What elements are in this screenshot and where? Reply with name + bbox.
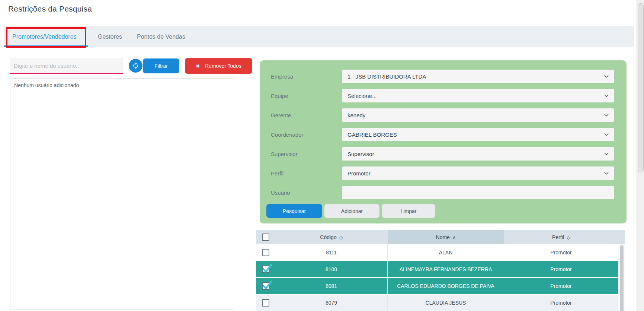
row-checkbox-checked[interactable] (262, 282, 269, 290)
perfil-value: Promotor (347, 170, 371, 177)
remove-all-button[interactable]: ✖ Remover Todos (185, 58, 252, 74)
chevron-down-icon (603, 112, 609, 119)
chevron-down-icon (603, 131, 609, 139)
header-checkbox-cell (256, 230, 275, 244)
cell-perfil: Promotor (504, 244, 618, 261)
table-row[interactable]: 8081 CARLOS EDUARDO BORGES DE PAIVA Prom… (256, 278, 618, 295)
table-scrollbar-track (618, 244, 625, 311)
select-all-checkbox[interactable] (262, 234, 269, 241)
chevron-down-icon (603, 93, 609, 100)
tab-gestores[interactable]: Gestores (98, 26, 122, 47)
coordenador-select[interactable]: GABRIEL BORGES (342, 128, 614, 141)
table-scrollbar-thumb[interactable] (620, 245, 624, 311)
restricoes-da-pesquisa-screen: Restrições da Pesquisa Promotores/Vended… (0, 0, 644, 311)
cell-nome: CLAUDIA JESUS (388, 295, 504, 311)
gerente-value: kenedy (347, 112, 365, 118)
row-checkbox[interactable] (262, 299, 269, 307)
cell-codigo: 8111 (275, 244, 388, 261)
codigo-header-label: Código (320, 234, 336, 240)
checkmark-icon (262, 280, 273, 292)
cell-nome: ALAN (388, 244, 504, 261)
column-header-codigo[interactable]: Código ◇ (275, 230, 388, 244)
sort-unsorted-icon: ◇ (339, 235, 343, 240)
table-row[interactable]: 8100 ALINEMAYRA FERNANDES BEZERRA Promot… (256, 261, 618, 278)
cell-codigo: 8100 (275, 261, 388, 278)
page-scrollbar-thumb[interactable] (638, 3, 644, 172)
chevron-down-icon (603, 73, 609, 80)
table-row[interactable]: 8111 ALAN Promotor (256, 244, 618, 261)
usuario-input[interactable] (342, 186, 614, 199)
empty-list-message: Nenhum usuário adicionado (14, 82, 79, 88)
equipe-select[interactable]: Selecione... (342, 89, 614, 102)
chevron-down-icon (603, 151, 609, 158)
equipe-value: Selecione... (347, 93, 377, 99)
tab-pontos-de-vendas[interactable]: Pontos de Vendas (137, 26, 185, 47)
checkmark-icon (262, 263, 273, 275)
label-equipe: Equipe (271, 93, 288, 99)
card-right-edge (634, 3, 634, 311)
cell-codigo: 8081 (275, 278, 388, 295)
supervisor-select[interactable]: Supervisor (342, 147, 614, 161)
cell-nome: ALINEMAYRA FERNANDES BEZERRA (388, 261, 504, 278)
supervisor-value: Supervisor (347, 151, 374, 157)
cell-codigo: 8079 (275, 295, 388, 311)
cell-perfil: Promotor (504, 261, 618, 278)
table-header-row: Código ◇ Nome ∧ Perfil ◇ (256, 230, 625, 244)
label-perfil: Perfil (271, 170, 283, 177)
label-usuario: Usuário (271, 190, 290, 196)
refresh-button[interactable] (129, 59, 142, 73)
sort-unsorted-icon: ◇ (567, 235, 570, 240)
pesquisar-button[interactable]: Pesquisar (266, 204, 322, 218)
column-header-nome[interactable]: Nome ∧ (388, 230, 504, 244)
cell-nome: CARLOS EDUARDO BORGES DE PAIVA (388, 278, 504, 295)
perfil-select[interactable]: Promotor (342, 166, 614, 180)
page-scrollbar-track (637, 0, 644, 311)
remove-all-label: Remover Todos (205, 63, 241, 69)
refresh-icon (132, 62, 139, 69)
page-title: Restrições da Pesquisa (8, 4, 92, 13)
row-checkbox[interactable] (262, 249, 269, 256)
tab-bar: Promotores/Vendedores Gestores Pontos de… (4, 26, 634, 47)
gerente-select[interactable]: kenedy (342, 108, 614, 122)
limpar-button[interactable]: Limpar (382, 204, 435, 218)
table-row[interactable]: 8079 CLAUDIA JESUS Promotor (256, 295, 618, 311)
label-empresa: Empresa (271, 73, 293, 80)
adicionar-button[interactable]: Adicionar (324, 204, 379, 218)
column-header-perfil[interactable]: Perfil ◇ (504, 230, 618, 244)
label-gerente: Gerente (271, 112, 291, 118)
chevron-down-icon (603, 170, 609, 177)
label-coordenador: Coordenador (271, 131, 304, 138)
row-checkbox-checked[interactable] (262, 266, 269, 273)
filter-panel: Empresa 1 - JSB DISTRIBUIDORA LTDA Equip… (260, 60, 627, 223)
coordenador-value: GABRIEL BORGES (347, 131, 397, 138)
empresa-select[interactable]: 1 - JSB DISTRIBUIDORA LTDA (342, 70, 614, 83)
cell-perfil: Promotor (504, 295, 618, 311)
x-mark-icon: ✖ (196, 64, 200, 69)
perfil-header-label: Perfil (552, 234, 564, 240)
annotation-highlight-box (6, 27, 86, 48)
user-search-input[interactable] (10, 58, 123, 74)
label-supervisor: Supervisor (271, 151, 298, 157)
card-left-edge (4, 22, 4, 311)
cell-perfil: Promotor (504, 278, 618, 295)
empresa-value: 1 - JSB DISTRIBUIDORA LTDA (347, 73, 426, 80)
added-users-list[interactable]: Nenhum usuário adicionado (10, 78, 233, 310)
sort-ascending-icon: ∧ (452, 235, 456, 240)
nome-header-label: Nome (436, 234, 450, 240)
filter-button[interactable]: Filtrar (143, 58, 179, 73)
